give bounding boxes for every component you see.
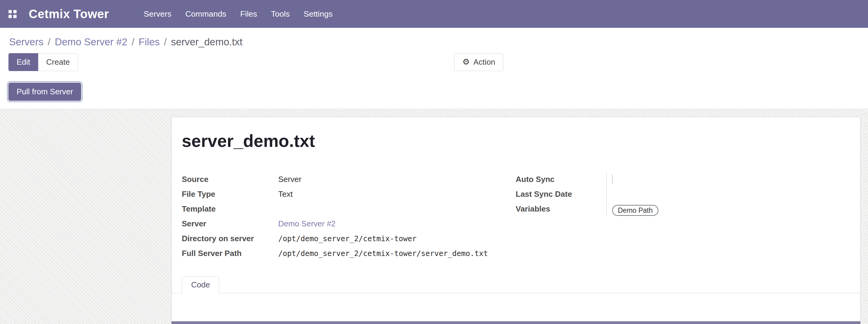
field-server-label: Server xyxy=(182,217,278,231)
apps-grid-square xyxy=(13,15,17,18)
pull-from-server-button[interactable]: Pull from Server xyxy=(8,83,81,101)
field-directory: Directory on server /opt/demo_server_2/c… xyxy=(182,231,516,246)
field-last-sync-date-label: Last Sync Date xyxy=(516,187,607,202)
apps-grid-square xyxy=(8,10,12,13)
record-title: server_demo.txt xyxy=(182,131,848,151)
field-auto-sync: Auto Sync xyxy=(516,172,848,187)
field-server-value-link[interactable]: Demo Server #2 xyxy=(278,217,335,231)
apps-grid-icon[interactable] xyxy=(8,10,17,18)
breadcrumb-separator: / xyxy=(131,36,134,48)
menu-item-tools[interactable]: Tools xyxy=(264,0,297,28)
apps-grid-square xyxy=(13,10,17,13)
field-source-label: Source xyxy=(182,172,278,187)
field-source-value: Server xyxy=(278,172,302,187)
menu-item-commands[interactable]: Commands xyxy=(179,0,234,28)
field-variables-value: Demo Path xyxy=(607,202,848,217)
field-full-path-value: /opt/demo_server_2/cetmix-tower/server_d… xyxy=(278,246,488,261)
header-buttons-row: Pull from Server xyxy=(0,74,868,108)
field-variables: Variables Demo Path xyxy=(516,202,848,217)
create-button[interactable]: Create xyxy=(38,53,78,71)
control-panel: Servers / Demo Server #2 / Files / serve… xyxy=(0,28,868,108)
field-last-sync-date-value xyxy=(607,187,848,202)
gear-icon: ⚙ xyxy=(462,58,470,66)
edit-button[interactable]: Edit xyxy=(8,53,38,71)
breadcrumb-link-servers[interactable]: Servers xyxy=(9,36,43,48)
button-row: Edit Create ⚙ Action xyxy=(0,50,868,74)
form-column-right: Auto Sync Last Sync Date Variables Demo … xyxy=(516,172,848,261)
main-menu: Servers Commands Files Tools Settings xyxy=(137,0,339,28)
breadcrumb-separator: / xyxy=(164,36,167,48)
auto-sync-checkbox[interactable] xyxy=(612,174,613,184)
variable-tag-demo-path: Demo Path xyxy=(612,205,658,216)
action-menu-button[interactable]: ⚙ Action xyxy=(454,53,503,71)
field-file-type-value: Text xyxy=(278,187,293,202)
field-file-type-label: File Type xyxy=(182,187,278,202)
field-auto-sync-value xyxy=(607,172,848,187)
field-file-type: File Type Text xyxy=(182,187,516,202)
form-column-left: Source Server File Type Text Template Se… xyxy=(182,172,516,261)
field-server: Server Demo Server #2 xyxy=(182,217,516,231)
app-brand[interactable]: Cetmix Tower xyxy=(29,7,109,21)
field-full-path: Full Server Path /opt/demo_server_2/cetm… xyxy=(182,246,516,261)
field-directory-value: /opt/demo_server_2/cetmix-tower xyxy=(278,231,416,246)
action-menu-label: Action xyxy=(473,58,495,67)
breadcrumb-separator: / xyxy=(48,36,51,48)
field-auto-sync-label: Auto Sync xyxy=(516,172,607,187)
form-field-grid: Source Server File Type Text Template Se… xyxy=(182,172,848,261)
breadcrumb-link-demo-server[interactable]: Demo Server #2 xyxy=(55,36,127,48)
field-full-path-label: Full Server Path xyxy=(182,246,278,261)
breadcrumb-link-files[interactable]: Files xyxy=(138,36,160,48)
form-sheet: server_demo.txt Source Server File Type … xyxy=(172,117,861,324)
notebook-tabs: Code xyxy=(172,276,860,293)
code-editor-top-edge xyxy=(172,321,861,324)
tab-code[interactable]: Code xyxy=(182,276,219,293)
field-template: Template xyxy=(182,202,516,217)
field-source: Source Server xyxy=(182,172,516,187)
field-last-sync-date: Last Sync Date xyxy=(516,187,848,202)
field-template-label: Template xyxy=(182,202,278,217)
tab-code-content xyxy=(182,293,848,324)
menu-item-settings[interactable]: Settings xyxy=(297,0,340,28)
menu-item-servers[interactable]: Servers xyxy=(137,0,178,28)
menu-item-files[interactable]: Files xyxy=(233,0,264,28)
field-directory-label: Directory on server xyxy=(182,231,278,246)
breadcrumb: Servers / Demo Server #2 / Files / serve… xyxy=(0,28,868,50)
top-navbar: Cetmix Tower Servers Commands Files Tool… xyxy=(0,0,868,28)
apps-grid-square xyxy=(8,15,12,18)
field-variables-label: Variables xyxy=(516,202,607,217)
content-area: server_demo.txt Source Server File Type … xyxy=(0,108,868,324)
breadcrumb-current: server_demo.txt xyxy=(171,36,243,48)
